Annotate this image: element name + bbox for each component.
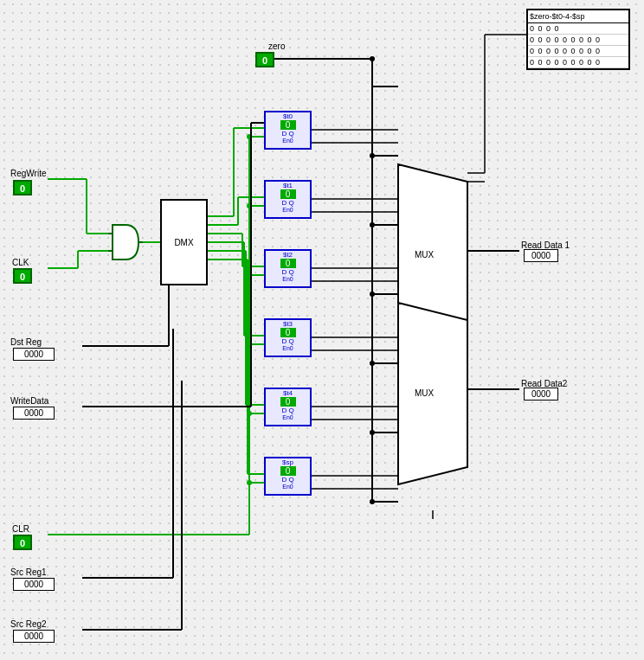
dff-t2-val: 0 — [280, 259, 296, 268]
dff-t0-name: $t0 — [266, 112, 310, 120]
svg-point-46 — [370, 222, 375, 227]
svg-point-52 — [370, 430, 375, 435]
memory-row-0: 0 0 0 0 — [528, 23, 628, 35]
clr-label: CLR — [12, 524, 29, 534]
dff-t1-val: 0 — [280, 189, 296, 199]
writedata-label: WriteData — [10, 396, 48, 406]
svg-point-44 — [370, 153, 375, 158]
svg-point-50 — [370, 361, 375, 366]
memory-label: $zero-$t0-4-$sp — [528, 10, 628, 23]
svg-point-36 — [247, 342, 252, 347]
clk-value: 0 — [13, 268, 32, 284]
mux2-shape: MUX — [394, 294, 472, 493]
dff-sp-en: En0 — [266, 484, 310, 490]
dff-t2-ports: D Q — [266, 268, 310, 276]
dff-t4-ports: D Q — [266, 407, 310, 414]
dff-t0-ports: D Q — [266, 130, 310, 138]
dff-t3-val: 0 — [280, 328, 296, 337]
svg-point-35 — [247, 272, 252, 278]
dff-t1: $t1 0 D Q En0 — [264, 180, 312, 219]
memory-row-1: 0 0 0 0 0 0 0 0 0 — [528, 35, 628, 46]
circuit-wires — [0, 0, 644, 660]
writedata-value: 0000 — [13, 407, 55, 420]
and-gate — [108, 221, 143, 264]
dff-sp: $sp 0 D Q En0 — [264, 457, 312, 496]
svg-point-38 — [247, 480, 252, 485]
svg-point-48 — [370, 292, 375, 297]
clk-label: CLK — [12, 258, 29, 267]
dff-sp-val: 0 — [280, 466, 296, 476]
regwrite-value: 0 — [13, 180, 32, 195]
memory-row-3: 0 0 0 0 0 0 0 0 0 — [528, 57, 628, 68]
dff-t0-en: En0 — [266, 138, 310, 144]
dff-t2: $t2 0 D Q En0 — [264, 249, 312, 288]
memory-block: $zero-$t0-4-$sp 0 0 0 0 0 0 0 0 0 0 0 0 … — [526, 9, 630, 70]
svg-point-34 — [247, 203, 252, 208]
dff-t2-en: En0 — [266, 276, 310, 282]
dmx-label: DMX — [174, 238, 193, 247]
dff-t1-name: $t1 — [266, 182, 310, 189]
dstreg-label: Dst Reg — [10, 337, 42, 347]
memory-row-2: 0 0 0 0 0 0 0 0 0 — [528, 46, 628, 57]
svg-point-42 — [370, 56, 375, 61]
srcreg1-value: 0000 — [13, 578, 55, 591]
regwrite-label: RegWrite — [10, 169, 47, 178]
dstreg-value: 0000 — [13, 348, 55, 361]
svg-point-37 — [247, 411, 252, 416]
dff-t4-en: En0 — [266, 414, 310, 420]
dff-t1-ports: D Q — [266, 199, 310, 207]
dmx-block: DMX — [160, 199, 208, 285]
mux1-label: MUX — [415, 250, 435, 260]
readdata1-value: 0000 — [524, 249, 558, 262]
dff-t4: $t4 0 D Q En0 — [264, 388, 312, 426]
svg-point-33 — [247, 134, 252, 139]
srcreg1-label: Src Reg1 — [10, 567, 47, 577]
dff-t3-ports: D Q — [266, 337, 310, 345]
clr-value: 0 — [13, 535, 32, 550]
srcreg2-value: 0000 — [13, 630, 55, 643]
dff-sp-name: $sp — [266, 458, 310, 466]
svg-point-54 — [370, 499, 375, 504]
dff-t3-en: En0 — [266, 345, 310, 351]
dff-t0: $t0 0 D Q En0 — [264, 111, 312, 150]
mux2-label: MUX — [415, 388, 435, 398]
dff-t0-val: 0 — [280, 120, 296, 130]
readdata2-value: 0000 — [524, 388, 558, 400]
srcreg2-label: Src Reg2 — [10, 619, 47, 629]
zero-label: zero — [268, 42, 285, 51]
dff-t2-name: $t2 — [266, 251, 310, 259]
dff-t4-val: 0 — [280, 397, 296, 407]
dff-t1-en: En0 — [266, 207, 310, 213]
zero-value: 0 — [255, 52, 274, 67]
dff-t4-name: $t4 — [266, 389, 310, 397]
dff-sp-ports: D Q — [266, 476, 310, 484]
dff-t3-name: $t3 — [266, 320, 310, 328]
dff-t3: $t3 0 D Q En0 — [264, 318, 312, 357]
